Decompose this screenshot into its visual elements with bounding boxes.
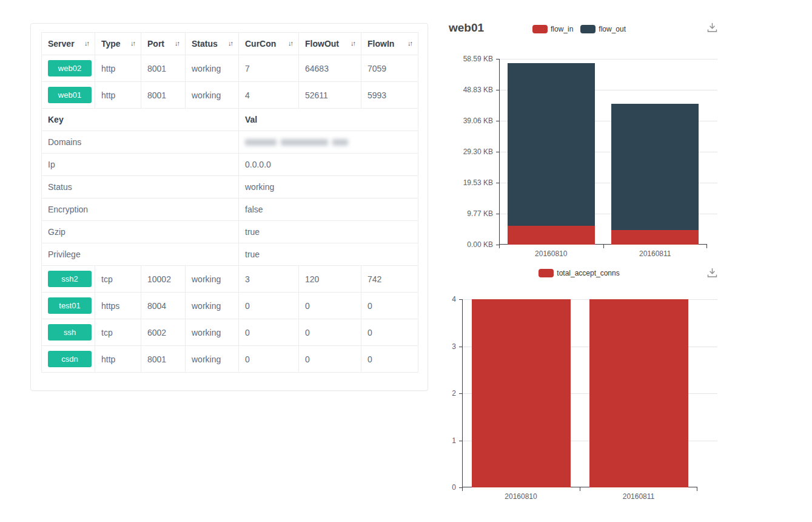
port-cell: 8001 bbox=[141, 82, 186, 109]
legend-item-total_accept_conns[interactable]: total_accept_conns bbox=[539, 269, 619, 277]
port-cell: 8004 bbox=[141, 293, 186, 319]
y-axis-label: 1 bbox=[437, 436, 456, 445]
y-axis bbox=[462, 299, 463, 490]
legend-label: flow_in bbox=[551, 25, 573, 33]
type-cell: http bbox=[95, 82, 141, 109]
redacted-block bbox=[245, 139, 277, 146]
y-axis bbox=[499, 59, 500, 248]
kv-row-gzip: Gziptrue bbox=[42, 221, 418, 243]
x-axis-label: 20160811 bbox=[603, 249, 708, 258]
download-chart-icon[interactable] bbox=[706, 268, 718, 280]
server-button-ssh2[interactable]: ssh2 bbox=[48, 271, 92, 287]
bar-flow_out-20160811 bbox=[611, 104, 699, 230]
curcon-cell: 3 bbox=[239, 266, 299, 293]
bar-flow_in-20160810 bbox=[508, 226, 595, 245]
column-header-curcon[interactable]: CurCon↓↑ bbox=[239, 33, 299, 55]
y-axis-label: 3 bbox=[437, 342, 456, 351]
server-table-body: web02http8001working7646837059web01http8… bbox=[42, 55, 418, 373]
flowout-cell: 0 bbox=[299, 293, 361, 319]
flowin-cell: 0 bbox=[361, 293, 418, 319]
flowout-cell: 0 bbox=[299, 346, 361, 373]
server-row-ssh: sshtcp6002working000 bbox=[42, 319, 418, 346]
y-axis-label: 0.00 KB bbox=[437, 240, 493, 249]
kv-key-cell: Gzip bbox=[42, 221, 239, 243]
legend-swatch bbox=[580, 25, 596, 33]
sort-icon[interactable]: ↓↑ bbox=[130, 39, 135, 47]
flowin-cell: 0 bbox=[361, 346, 418, 373]
server-cell: test01 bbox=[42, 293, 95, 319]
axis-tick bbox=[697, 487, 697, 491]
status-cell: working bbox=[186, 346, 239, 373]
kv-val-header: Val bbox=[239, 109, 418, 131]
kv-header-row: KeyVal bbox=[42, 109, 418, 131]
server-button-web02[interactable]: web02 bbox=[48, 60, 92, 76]
port-cell: 10002 bbox=[141, 266, 186, 293]
legend-item-flow_in[interactable]: flow_in bbox=[532, 25, 573, 33]
sort-icon[interactable]: ↓↑ bbox=[351, 39, 355, 47]
legend-item-flow_out[interactable]: flow_out bbox=[580, 25, 626, 33]
sort-icon[interactable]: ↓↑ bbox=[84, 39, 89, 47]
sort-icon[interactable]: ↓↑ bbox=[408, 39, 412, 47]
server-cell: ssh bbox=[42, 319, 95, 346]
column-header-server[interactable]: Server↓↑ bbox=[42, 33, 95, 55]
flowout-cell: 52611 bbox=[299, 82, 361, 109]
server-row-ssh2: ssh2tcp10002working3120742 bbox=[42, 266, 418, 293]
redacted-block bbox=[332, 139, 348, 146]
server-button-test01[interactable]: test01 bbox=[48, 297, 92, 314]
sort-icon[interactable]: ↓↑ bbox=[228, 39, 232, 47]
port-cell: 8001 bbox=[141, 55, 186, 82]
server-row-web01: web01http8001working4526115993 bbox=[42, 82, 418, 109]
curcon-cell: 7 bbox=[239, 55, 299, 82]
flow-chart: web01 flow_inflow_out0.00 KB9.77 KB19.53… bbox=[437, 15, 722, 265]
port-cell: 8001 bbox=[141, 346, 186, 373]
server-button-ssh[interactable]: ssh bbox=[48, 324, 92, 341]
plot-area: 012342016081020160811 bbox=[462, 299, 697, 487]
kv-val-cell: working bbox=[239, 176, 418, 198]
server-row-csdn: csdnhttp8001working000 bbox=[42, 346, 418, 373]
kv-val-cell: true bbox=[239, 243, 418, 266]
flowin-cell: 0 bbox=[361, 319, 418, 346]
sort-icon[interactable]: ↓↑ bbox=[175, 39, 179, 47]
column-label: Port bbox=[147, 39, 164, 49]
kv-val-cell: 0.0.0.0 bbox=[239, 154, 418, 176]
download-chart-icon[interactable] bbox=[706, 22, 718, 35]
status-cell: working bbox=[186, 55, 239, 82]
y-axis-label: 2 bbox=[437, 389, 456, 398]
y-axis-label: 19.53 KB bbox=[437, 178, 493, 187]
redacted-value bbox=[245, 138, 412, 146]
status-cell: working bbox=[186, 82, 239, 109]
type-cell: http bbox=[95, 55, 141, 82]
column-header-port[interactable]: Port↓↑ bbox=[141, 33, 186, 55]
y-axis-label: 58.59 KB bbox=[437, 55, 493, 63]
type-cell: tcp bbox=[95, 319, 141, 346]
y-axis-label: 9.77 KB bbox=[437, 209, 493, 218]
y-axis-label: 4 bbox=[437, 295, 456, 303]
redacted-block bbox=[281, 139, 328, 146]
server-button-csdn[interactable]: csdn bbox=[48, 351, 92, 367]
gridline bbox=[500, 59, 717, 59]
column-label: FlowIn bbox=[367, 39, 394, 49]
column-header-flowin[interactable]: FlowIn↓↑ bbox=[361, 33, 418, 55]
kv-row-encryption: Encryptionfalse bbox=[42, 198, 418, 221]
kv-key-cell: Privilege bbox=[42, 243, 239, 266]
y-axis-label: 0 bbox=[437, 483, 456, 492]
legend-swatch bbox=[539, 269, 554, 277]
column-header-flowout[interactable]: FlowOut↓↑ bbox=[299, 33, 361, 55]
server-cell: web01 bbox=[42, 82, 95, 109]
bar-flow_in-20160811 bbox=[611, 230, 699, 245]
column-header-status[interactable]: Status↓↑ bbox=[186, 33, 239, 55]
status-cell: working bbox=[186, 319, 239, 346]
kv-row-domains: Domains bbox=[42, 131, 418, 154]
type-cell: http bbox=[95, 346, 141, 373]
column-header-type[interactable]: Type↓↑ bbox=[95, 33, 141, 55]
status-cell: working bbox=[186, 293, 239, 319]
server-cell: web02 bbox=[42, 55, 95, 82]
server-button-web01[interactable]: web01 bbox=[48, 87, 92, 103]
sort-icon[interactable]: ↓↑ bbox=[288, 39, 292, 47]
y-axis-label: 48.83 KB bbox=[437, 86, 493, 94]
column-label: Type bbox=[101, 39, 121, 49]
server-cell: csdn bbox=[42, 346, 95, 373]
flowout-cell: 0 bbox=[299, 319, 361, 346]
y-axis-label: 29.30 KB bbox=[437, 147, 493, 156]
x-axis-label: 20160811 bbox=[580, 492, 697, 501]
